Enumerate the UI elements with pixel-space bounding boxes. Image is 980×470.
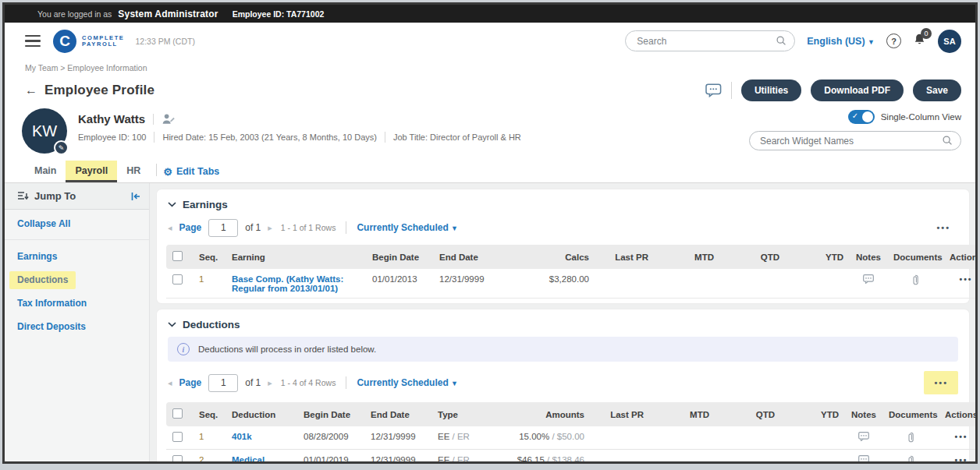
earnings-cell-amount: $3,280.00 xyxy=(500,269,595,299)
row-actions-button[interactable]: ••• xyxy=(959,274,972,284)
row-checkbox[interactable] xyxy=(172,455,183,461)
notes-icon[interactable] xyxy=(858,432,869,443)
deductions-info-text: Deductions will process in order listed … xyxy=(198,345,376,354)
next-page-icon[interactable]: ▸ xyxy=(268,378,272,388)
sidebar-item-tax-information[interactable]: Tax Information xyxy=(5,292,149,315)
tab-payroll[interactable]: Payroll xyxy=(66,161,117,182)
deductions-item-link[interactable]: Medical xyxy=(232,455,265,461)
deductions-cell-end: 12/31/9999 xyxy=(364,450,431,462)
page-number-input[interactable] xyxy=(208,219,238,237)
deductions-table-row: 2Medical01/01/201912/31/9999EE / ER$46.1… xyxy=(166,450,975,462)
deductions-info-banner: i Deductions will process in order liste… xyxy=(168,337,958,362)
earnings-cell-begin: 01/01/2013 xyxy=(366,269,433,299)
earnings-cell-ytd xyxy=(786,269,850,299)
hamburger-menu-icon[interactable] xyxy=(25,35,41,48)
sidebar-item-deductions[interactable]: Deductions xyxy=(5,268,149,292)
profile-tabs: Main Payroll HR ⚙Edit Tabs xyxy=(5,160,975,183)
deductions-cell-qtd xyxy=(715,450,781,462)
logged-in-employee-id: Employee ID: TA771002 xyxy=(233,9,325,19)
earnings-cell-documents xyxy=(887,269,943,299)
notifications-bell-icon[interactable]: 0 xyxy=(913,33,926,49)
paperclip-icon[interactable] xyxy=(907,455,914,461)
deductions-cell-mtd xyxy=(650,426,715,450)
earnings-cell-qtd xyxy=(720,269,786,299)
feedback-comment-icon[interactable] xyxy=(705,83,722,97)
single-column-label: Single-Column View xyxy=(881,112,961,122)
download-pdf-button[interactable]: Download PDF xyxy=(811,80,904,101)
tab-hr[interactable]: HR xyxy=(117,161,150,182)
row-actions-button[interactable]: ••• xyxy=(954,432,968,441)
divider xyxy=(731,82,732,99)
deductions-cell-documents xyxy=(882,450,939,462)
page-number-input[interactable] xyxy=(208,374,238,392)
chevron-down-icon: ▼ xyxy=(451,224,458,232)
collapse-deductions-chevron-icon[interactable] xyxy=(168,322,176,327)
employee-summary: KW ✎ Kathy Watts Employee ID: 100 Hired … xyxy=(5,107,975,160)
earnings-more-button[interactable]: ••• xyxy=(929,218,958,237)
edit-avatar-pencil-icon[interactable]: ✎ xyxy=(54,140,69,155)
complete-payroll-logo[interactable]: C COMPLETE PAYROLL xyxy=(53,30,124,53)
column-header-notes: Notes xyxy=(850,245,887,269)
app-header: C COMPLETE PAYROLL 12:33 PM (CDT) Englis… xyxy=(5,23,975,59)
collapse-earnings-chevron-icon[interactable] xyxy=(168,202,176,207)
deductions-header-row: Seq.DeductionBegin DateEnd DateTypeAmoun… xyxy=(166,402,975,426)
chevron-down-icon: ▼ xyxy=(868,38,875,46)
earnings-cell-notes xyxy=(850,269,887,299)
earnings-cell-mtd xyxy=(655,269,720,299)
collapse-all-link[interactable]: Collapse All xyxy=(5,210,149,238)
column-header-mtd: MTD xyxy=(650,402,715,426)
column-header-name: Deduction xyxy=(225,402,297,426)
gear-icon: ⚙ xyxy=(163,167,172,177)
earnings-cell-actions: ••• xyxy=(943,269,975,299)
notification-count-badge: 0 xyxy=(921,28,932,39)
deductions-cell-type: EE / ER xyxy=(431,450,499,462)
row-actions-button[interactable]: ••• xyxy=(954,455,968,461)
search-icon xyxy=(942,135,953,149)
notes-icon[interactable] xyxy=(863,274,874,285)
row-checkbox[interactable] xyxy=(172,432,183,442)
paperclip-icon[interactable] xyxy=(907,432,914,444)
select-all-checkbox[interactable] xyxy=(172,408,183,419)
global-search-input[interactable] xyxy=(625,30,795,51)
deductions-cell-documents xyxy=(882,426,939,450)
deductions-cell-name: Medical xyxy=(225,450,297,462)
earnings-header-row: Seq.EarningBegin DateEnd DateCalcsLast P… xyxy=(166,245,975,269)
column-header-begin: Begin Date xyxy=(366,245,433,269)
paperclip-icon[interactable] xyxy=(912,274,919,287)
previous-page-icon[interactable]: ◂ xyxy=(168,378,172,388)
logged-in-bar: You are logged in as System Administrato… xyxy=(5,5,975,23)
sidebar-item-earnings[interactable]: Earnings xyxy=(5,245,149,268)
deductions-filter-dropdown[interactable]: Currently Scheduled ▼ xyxy=(357,377,458,388)
edit-employee-icon[interactable] xyxy=(162,113,175,125)
collapse-sidebar-icon[interactable] xyxy=(130,192,141,201)
notes-icon[interactable] xyxy=(858,455,869,461)
earnings-filter-dropdown[interactable]: Currently Scheduled ▼ xyxy=(357,222,458,233)
tab-main[interactable]: Main xyxy=(25,161,66,182)
deductions-cell-amount: 15.00% / $50.00 xyxy=(499,426,591,450)
earnings-item-link[interactable]: Base Comp. (Kathy Watts: Regular from 20… xyxy=(232,274,360,293)
logged-in-prefix: You are logged in as xyxy=(37,9,112,19)
single-column-toggle[interactable]: ✓ xyxy=(848,110,875,124)
select-all-checkbox[interactable] xyxy=(172,251,183,261)
deductions-table: Seq.DeductionBegin DateEnd DateTypeAmoun… xyxy=(166,402,975,461)
help-icon[interactable]: ? xyxy=(886,34,901,48)
deductions-item-link[interactable]: 401k xyxy=(232,432,252,441)
language-selector[interactable]: English (US) ▼ xyxy=(807,36,875,47)
user-avatar[interactable]: SA xyxy=(938,30,961,53)
deductions-cell-actions: ••• xyxy=(939,450,975,462)
edit-tabs-button[interactable]: ⚙Edit Tabs xyxy=(163,166,219,182)
page-label: Page xyxy=(179,222,202,233)
breadcrumb[interactable]: My Team > Employee Information xyxy=(5,59,975,74)
back-arrow-icon[interactable]: ← xyxy=(25,83,37,97)
save-button[interactable]: Save xyxy=(913,80,961,101)
deductions-more-button[interactable]: ••• xyxy=(924,371,958,394)
widget-search-input[interactable] xyxy=(749,131,961,150)
page-of-label: of 1 xyxy=(245,222,261,233)
next-page-icon[interactable]: ▸ xyxy=(268,223,272,233)
earnings-cell-checkbox xyxy=(166,269,193,299)
row-checkbox[interactable] xyxy=(172,274,183,284)
previous-page-icon[interactable]: ◂ xyxy=(168,223,172,233)
column-header-end: End Date xyxy=(364,402,431,426)
sidebar-item-direct-deposits[interactable]: Direct Deposits xyxy=(5,315,149,338)
utilities-button[interactable]: Utilities xyxy=(741,80,801,101)
